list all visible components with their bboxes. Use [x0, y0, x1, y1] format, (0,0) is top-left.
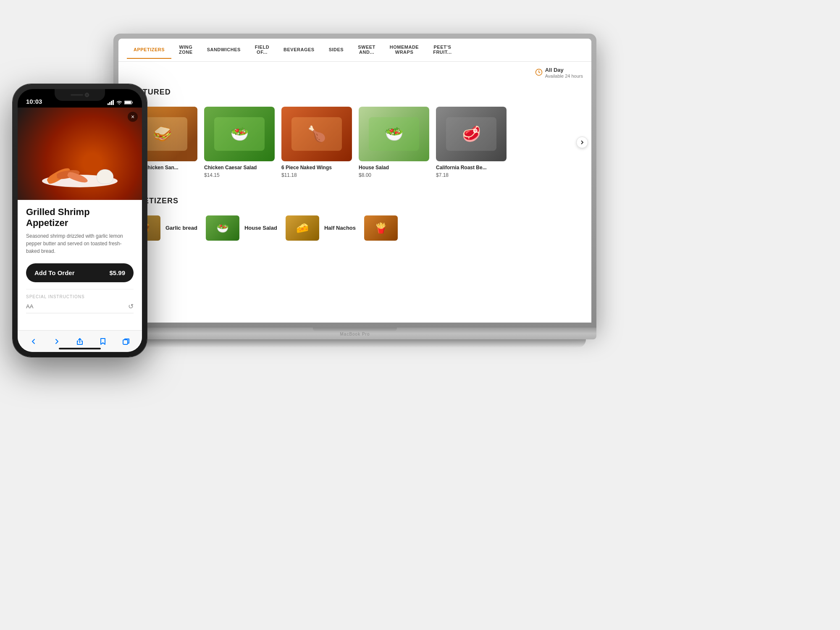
- nav-peets-fruit[interactable]: PEET'SFRUIT...: [426, 39, 458, 61]
- phone-notch: [55, 89, 105, 101]
- font-size-control[interactable]: AA: [26, 303, 33, 310]
- nav-beverages[interactable]: BEVERAGES: [277, 41, 321, 59]
- browser-tabs-button[interactable]: [121, 336, 131, 346]
- nav-sweet-and[interactable]: SWEETAND...: [351, 39, 382, 61]
- naked-wings-name: 6 Piece Naked Wings: [281, 165, 352, 171]
- nav-sandwiches[interactable]: SANDWICHES: [200, 41, 247, 59]
- phone-close-button[interactable]: ×: [128, 112, 138, 122]
- phone-food-image: ×: [18, 108, 142, 200]
- add-to-order-button[interactable]: Add To Order $5.99: [26, 263, 134, 282]
- food-card-california-roast[interactable]: 🥩 California Roast Be... $7.18: [436, 107, 507, 178]
- phone-item-title: Grilled Shrimp Appetizer: [26, 207, 134, 229]
- svg-rect-2: [109, 102, 110, 105]
- naked-wings-img: 🍗: [281, 107, 352, 161]
- browser-back-button[interactable]: [29, 336, 39, 346]
- house-salad-app-img: 🥗: [206, 215, 239, 241]
- food-card-naked-wings[interactable]: 🍗 6 Piece Naked Wings $11.18: [281, 107, 352, 178]
- naked-wings-price: $11.18: [281, 172, 352, 178]
- special-instructions-section: SPECIAL INSTRUCTIONS AA ↺: [26, 289, 134, 313]
- phone-screen-area: 10:03: [18, 89, 142, 352]
- nav-sides[interactable]: SIDES: [322, 41, 351, 59]
- scroll-right-arrow[interactable]: [576, 136, 588, 148]
- signal-icon: [108, 100, 114, 105]
- garlic-bread-name: Garlic bread: [165, 225, 197, 231]
- svg-rect-1: [108, 103, 109, 105]
- featured-title: FEATURED: [118, 84, 591, 102]
- browser-share-button[interactable]: [75, 336, 85, 346]
- all-day-label: All Day: [545, 67, 564, 73]
- caesar-salad-name: Chicken Caesar Salad: [204, 165, 275, 171]
- phone-device: 10:03: [13, 84, 147, 357]
- phone-home-indicator: [59, 348, 101, 349]
- appetizers-list: 🍞 Garlic bread 🥗 House Salad 🧀: [118, 210, 591, 246]
- food-card-house-salad[interactable]: 🥗 House Salad $8.00: [359, 107, 429, 178]
- phone-time: 10:03: [26, 98, 42, 105]
- svg-rect-3: [111, 101, 112, 105]
- laptop-screen: APPETIZERS WINGZONE SANDWICHES FIELDOF..…: [118, 39, 591, 323]
- nav-wing-zone[interactable]: WINGZONE: [172, 39, 200, 61]
- category-nav: APPETIZERS WINGZONE SANDWICHES FIELDOF..…: [118, 39, 591, 62]
- phone-shell: 10:03: [13, 84, 147, 357]
- appetizers-title: APPETIZERS: [118, 193, 591, 210]
- refresh-icon[interactable]: ↺: [128, 302, 134, 310]
- house-salad-price: $8.00: [359, 172, 429, 178]
- special-instructions-label: SPECIAL INSTRUCTIONS: [26, 294, 134, 299]
- food-card-caesar-salad[interactable]: 🥗 Chicken Caesar Salad $14.15: [204, 107, 275, 178]
- app-item-4[interactable]: 🍟: [364, 215, 398, 241]
- phone-item-details: Grilled Shrimp Appetizer Seasoned shrimp…: [18, 200, 142, 320]
- svg-rect-4: [113, 100, 114, 105]
- available-hours: Available 24 hours: [545, 74, 583, 79]
- app-item-half-nachos[interactable]: 🧀 Half Nachos: [286, 215, 356, 241]
- phone-front-camera: [85, 93, 89, 97]
- nav-field-of[interactable]: FIELDOF...: [248, 39, 276, 61]
- featured-scroll[interactable]: 🥪 Crispy Chicken San... $9.89: [118, 102, 591, 183]
- app-item-4-img: 🍟: [364, 215, 398, 241]
- california-roast-img: 🥩: [436, 107, 507, 161]
- phone-speaker: [71, 94, 83, 96]
- availability-text: All Day Available 24 hours: [545, 66, 583, 79]
- battery-icon: [124, 100, 134, 105]
- phone-item-description: Seasoned shrimp drizzled with garlic lem…: [26, 232, 134, 255]
- nav-appetizers[interactable]: APPETIZERS: [127, 41, 171, 59]
- featured-section: FEATURED 🥪: [118, 83, 591, 190]
- california-roast-price: $7.18: [436, 172, 507, 178]
- browser-bookmarks-button[interactable]: [98, 336, 108, 346]
- availability-badge: All Day Available 24 hours: [535, 66, 583, 79]
- add-to-order-label: Add To Order: [34, 269, 75, 276]
- clock-icon: [535, 68, 543, 76]
- phone-content: × Grilled Shrimp Appetizer Seasoned shri…: [18, 108, 142, 352]
- laptop-body: APPETIZERS WINGZONE SANDWICHES FIELDOF..…: [113, 34, 596, 328]
- add-to-order-price: $5.99: [109, 269, 125, 276]
- half-nachos-img: 🧀: [286, 215, 319, 241]
- phone-status-icons: [108, 100, 134, 105]
- house-salad-app-name: House Salad: [244, 225, 277, 231]
- laptop-base: MacBook Pro: [113, 328, 596, 339]
- main-scene: APPETIZERS WINGZONE SANDWICHES FIELDOF..…: [0, 0, 840, 630]
- half-nachos-name: Half Nachos: [324, 225, 356, 231]
- svg-rect-6: [125, 101, 131, 104]
- svg-rect-7: [123, 340, 128, 344]
- wifi-icon: [116, 100, 123, 105]
- appetizers-section: APPETIZERS 🍞 Garlic bread 🥗 House Salad: [118, 190, 591, 249]
- laptop-device: APPETIZERS WINGZONE SANDWICHES FIELDOF..…: [113, 34, 596, 361]
- caesar-salad-img: 🥗: [204, 107, 275, 161]
- california-roast-name: California Roast Be...: [436, 165, 507, 171]
- app-item-house-salad[interactable]: 🥗 House Salad: [206, 215, 277, 241]
- house-salad-name: House Salad: [359, 165, 429, 171]
- caesar-salad-price: $14.15: [204, 172, 275, 178]
- house-salad-img: 🥗: [359, 107, 429, 161]
- browser-forward-button[interactable]: [52, 336, 62, 346]
- laptop-bezel: APPETIZERS WINGZONE SANDWICHES FIELDOF..…: [118, 39, 591, 323]
- special-instructions-input-row[interactable]: AA ↺: [26, 302, 134, 313]
- macbook-label: MacBook Pro: [340, 332, 370, 336]
- nav-homemade-wraps[interactable]: HOMEMADEWRAPS: [383, 39, 425, 61]
- laptop-shadow: [124, 339, 586, 348]
- availability-bar: All Day Available 24 hours: [118, 62, 591, 83]
